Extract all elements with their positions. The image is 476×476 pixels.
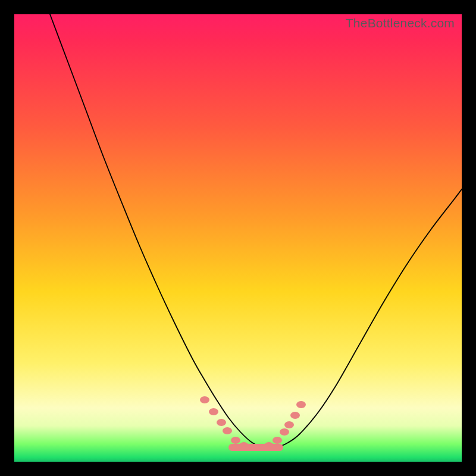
trough-marker (223, 427, 232, 434)
trough-marker (273, 437, 282, 444)
trough-marker (280, 428, 289, 436)
trough-marker (231, 437, 240, 444)
bottleneck-curve-line (50, 14, 462, 448)
trough-marker (217, 419, 226, 426)
trough-marker (209, 408, 218, 415)
curve-layer (14, 14, 462, 462)
plot-area: TheBottleneck.com (14, 14, 462, 462)
trough-marker (284, 421, 294, 428)
chart-frame: TheBottleneck.com (0, 0, 476, 476)
trough-bar (228, 444, 283, 451)
trough-marker (200, 396, 209, 403)
trough-marker (296, 401, 306, 408)
trough-marker (290, 412, 300, 419)
